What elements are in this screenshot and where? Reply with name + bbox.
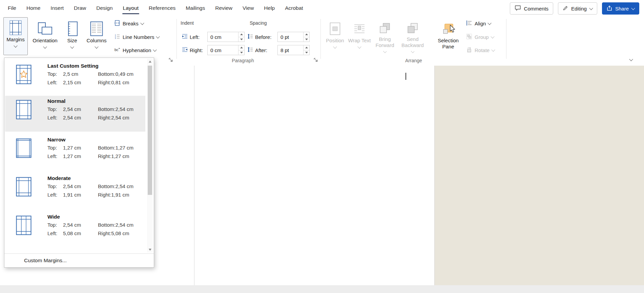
- document-page[interactable]: [194, 66, 435, 285]
- chevron-down-icon: [629, 57, 633, 61]
- hyphenation-button[interactable]: bc Hyphenation: [114, 45, 156, 55]
- preset-top-value: 2,5 cm: [63, 70, 98, 78]
- spin-down-button[interactable]: [238, 50, 244, 55]
- preset-left-label: Left:: [47, 78, 63, 87]
- scroll-down-arrow[interactable]: [147, 247, 153, 252]
- spin-up-button[interactable]: [304, 45, 309, 50]
- selection-pane-button[interactable]: Selection Pane: [434, 19, 462, 52]
- chevron-down-icon: [153, 48, 157, 51]
- tab-file[interactable]: File: [3, 0, 21, 16]
- indent-right-input[interactable]: 0 cm: [207, 45, 245, 55]
- margins-preset-moderate[interactable]: Moderate Top: 2,54 cm Bottom:2,54 cm Lef…: [5, 173, 145, 209]
- custom-margins-item[interactable]: Custom Margins...: [4, 254, 154, 267]
- chevron-down-icon: [70, 45, 74, 48]
- preset-bottom: Bottom:0,49 cm: [98, 70, 133, 78]
- bottom-strip: [0, 285, 644, 293]
- tab-draw[interactable]: Draw: [69, 0, 91, 16]
- hyphenation-icon: bc: [114, 47, 120, 54]
- tab-review[interactable]: Review: [210, 0, 237, 16]
- share-icon: [607, 5, 612, 12]
- margins-icon: [9, 19, 22, 37]
- tab-references[interactable]: References: [144, 0, 181, 16]
- size-button[interactable]: Size: [63, 19, 81, 52]
- spin-down-button[interactable]: [304, 37, 309, 42]
- share-button[interactable]: Share: [602, 2, 639, 15]
- tab-layout[interactable]: Layout: [118, 0, 144, 16]
- spacing-before-input[interactable]: 0 pt: [277, 32, 310, 42]
- preset-top-label: Top:: [47, 143, 63, 152]
- group-button: Group: [466, 32, 494, 42]
- preset-left-value: 5,08 cm: [63, 229, 98, 238]
- spacing-before-label: Before:: [255, 34, 275, 40]
- canvas-background: [434, 66, 644, 285]
- send-backward-label: Send Backward: [399, 36, 427, 48]
- paragraph-dialog-launcher[interactable]: [313, 58, 318, 63]
- group-separator: [320, 19, 321, 59]
- margin-page-icon: [16, 138, 32, 170]
- position-icon: [330, 20, 340, 38]
- spacing-after-input[interactable]: 8 pt: [277, 45, 310, 55]
- spin-up-button[interactable]: [238, 32, 244, 37]
- comments-button[interactable]: Comments: [510, 2, 554, 15]
- align-label: Align: [475, 21, 486, 26]
- align-button[interactable]: Align: [466, 18, 491, 28]
- preset-right: Right:1,91 cm: [98, 190, 133, 199]
- tab-design[interactable]: Design: [91, 0, 118, 16]
- preset-left-label: Left:: [47, 229, 63, 238]
- preset-left-label: Left:: [47, 152, 63, 160]
- page-setup-dialog-launcher[interactable]: [168, 58, 173, 63]
- line-numbers-button[interactable]: 1 2 3 Line Numbers: [114, 32, 159, 42]
- preset-top-value: 2,54 cm: [63, 182, 98, 190]
- margin-page-icon: [16, 216, 32, 247]
- margins-preset-normal[interactable]: Normal Top: 2,54 cm Bottom:2,54 cm Left:…: [5, 96, 145, 132]
- collapse-ribbon-button[interactable]: [627, 56, 636, 63]
- orientation-label: Orientation: [30, 38, 60, 44]
- preset-values: Top: 2,54 cm Bottom:2,54 cm Left: 2,54 c…: [47, 105, 133, 122]
- spin-up-button[interactable]: [238, 45, 244, 50]
- spin-down-button[interactable]: [238, 37, 244, 42]
- indent-right-label: Right:: [190, 47, 205, 53]
- send-backward-icon: [407, 20, 418, 36]
- tab-help[interactable]: Help: [259, 0, 280, 16]
- tab-view[interactable]: View: [237, 0, 259, 16]
- margins-label: Margins: [4, 37, 27, 43]
- margins-preset-wide[interactable]: Wide Top: 2,54 cm Bottom:2,54 cm Left: 5…: [5, 211, 145, 247]
- tab-acrobat[interactable]: Acrobat: [280, 0, 308, 16]
- tab-home[interactable]: Home: [21, 0, 45, 16]
- preset-right: Right:0,81 cm: [98, 78, 133, 87]
- spacing-before-row: Before: 0 pt: [247, 32, 310, 42]
- chevron-down-icon: [333, 45, 337, 48]
- breaks-button[interactable]: Breaks: [114, 18, 144, 28]
- preset-right: Right:5,08 cm: [98, 229, 133, 238]
- preset-name: Last Custom Setting: [47, 62, 133, 70]
- comments-label: Comments: [524, 6, 549, 12]
- spin-up-button[interactable]: [304, 32, 309, 37]
- margins-preset-narrow[interactable]: Narrow Top: 1,27 cm Bottom:1,27 cm Left:…: [5, 134, 145, 170]
- line-numbers-label: Line Numbers: [123, 34, 154, 40]
- tab-insert[interactable]: Insert: [45, 0, 69, 16]
- group-separator: [506, 19, 506, 59]
- scrollbar-thumb[interactable]: [148, 66, 152, 195]
- line-numbers-icon: 1 2 3: [114, 33, 120, 41]
- spin-down-button[interactable]: [304, 50, 309, 55]
- chevron-down-icon: [357, 45, 361, 48]
- columns-label: Columns: [83, 38, 110, 44]
- margins-menu-scrollbar[interactable]: [147, 59, 153, 252]
- preset-left-value: 1,91 cm: [63, 190, 98, 199]
- spinner: [238, 45, 244, 55]
- margins-preset-last-custom[interactable]: Last Custom Setting Top: 2,5 cm Bottom:0…: [5, 61, 145, 96]
- margin-page-icon: [16, 65, 32, 96]
- scroll-up-arrow[interactable]: [147, 59, 153, 64]
- spacing-after-icon: [247, 47, 253, 54]
- rotate-icon: [466, 47, 472, 54]
- columns-icon: [90, 20, 103, 38]
- columns-button[interactable]: Columns: [83, 19, 110, 52]
- tab-mailings[interactable]: Mailings: [181, 0, 210, 16]
- margins-button[interactable]: Margins: [3, 17, 28, 55]
- editing-button[interactable]: Editing: [558, 2, 597, 15]
- group-separator: [176, 19, 177, 59]
- indent-left-input[interactable]: 0 cm: [207, 32, 245, 42]
- arrange-group-caption: Arrange: [405, 58, 422, 63]
- preset-top-value: 2,54 cm: [63, 221, 98, 229]
- orientation-button[interactable]: Orientation: [30, 19, 60, 52]
